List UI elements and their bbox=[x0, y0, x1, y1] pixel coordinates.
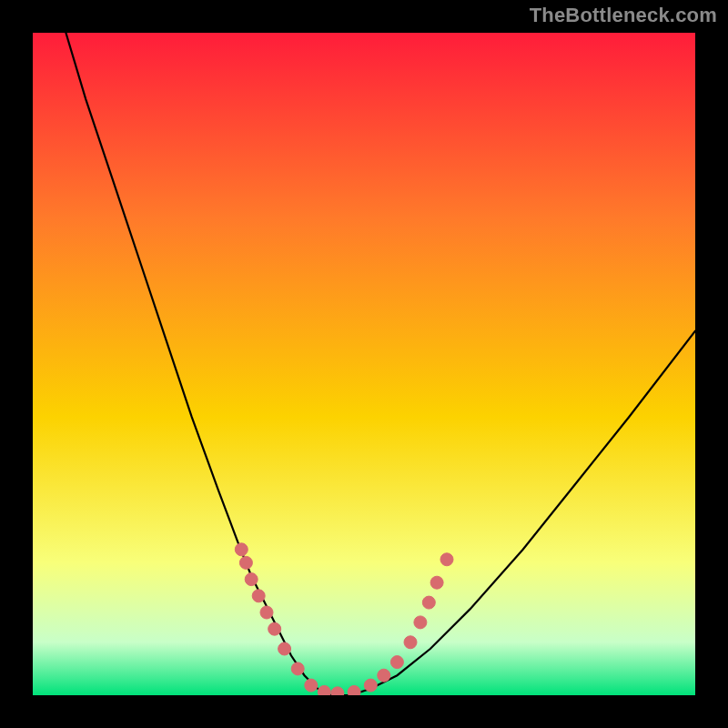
marker-dot bbox=[390, 656, 403, 669]
marker-dot bbox=[305, 679, 318, 692]
marker-dot bbox=[239, 556, 252, 569]
marker-dot bbox=[404, 636, 417, 649]
marker-dot bbox=[245, 573, 258, 586]
marker-dot bbox=[268, 622, 281, 635]
watermark-text: TheBottleneck.com bbox=[530, 4, 717, 27]
marker-dot bbox=[278, 642, 291, 655]
marker-dot bbox=[422, 596, 435, 609]
bottleneck-curve-path bbox=[66, 33, 695, 695]
marker-dot bbox=[235, 543, 248, 556]
marker-dot bbox=[440, 553, 453, 566]
marker-dot bbox=[291, 662, 304, 675]
bottleneck-curve bbox=[66, 33, 695, 695]
marker-dot bbox=[331, 687, 344, 695]
marker-dot bbox=[364, 679, 377, 692]
chart-container: TheBottleneck.com bbox=[0, 0, 728, 728]
curve-layer bbox=[33, 33, 695, 695]
marker-dots bbox=[235, 543, 453, 695]
marker-dot bbox=[318, 685, 330, 695]
marker-dot bbox=[378, 669, 390, 682]
marker-dot bbox=[414, 616, 427, 629]
marker-dot bbox=[430, 576, 443, 589]
marker-dot bbox=[260, 606, 273, 619]
plot-area bbox=[33, 33, 695, 695]
marker-dot bbox=[252, 590, 265, 602]
marker-dot bbox=[348, 685, 360, 695]
